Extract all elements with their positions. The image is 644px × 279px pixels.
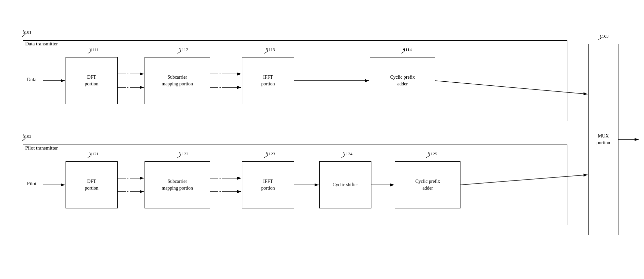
svg-line-10 bbox=[403, 48, 404, 51]
diagram-container: 1101 1102 Data transmitter Pilot transmi… bbox=[0, 0, 644, 279]
tick-1111 bbox=[86, 48, 94, 54]
svg-line-17 bbox=[264, 156, 268, 158]
svg-line-16 bbox=[266, 152, 268, 156]
svg-line-14 bbox=[179, 152, 181, 156]
cp2-block: Cyclic prefixadder bbox=[395, 161, 460, 208]
tick-1113 bbox=[262, 48, 271, 54]
pilot-input-label: Pilot bbox=[27, 181, 36, 187]
svg-line-0 bbox=[24, 30, 25, 34]
svg-line-21 bbox=[426, 156, 430, 158]
svg-line-1 bbox=[22, 34, 25, 37]
svg-line-2 bbox=[24, 134, 25, 138]
svg-line-5 bbox=[88, 51, 91, 53]
submap2-block: Subcarriermapping portion bbox=[145, 161, 210, 208]
tick-1114 bbox=[399, 48, 407, 54]
svg-line-11 bbox=[401, 51, 404, 53]
svg-line-15 bbox=[177, 156, 181, 158]
tick-1102 bbox=[18, 134, 29, 145]
cp1-block: Cyclic prefixadder bbox=[370, 57, 435, 104]
svg-line-9 bbox=[264, 51, 268, 53]
svg-line-3 bbox=[22, 138, 25, 141]
svg-line-8 bbox=[266, 48, 268, 51]
data-input-label: Data bbox=[27, 77, 36, 82]
svg-line-6 bbox=[179, 48, 181, 51]
svg-line-13 bbox=[88, 156, 91, 158]
svg-line-22 bbox=[600, 35, 601, 38]
submap1-block: Subcarriermapping portion bbox=[145, 57, 210, 104]
svg-line-18 bbox=[344, 152, 345, 156]
tick-1112 bbox=[175, 48, 184, 54]
svg-line-4 bbox=[90, 48, 91, 51]
pilot-transmitter-label: Pilot transmitter bbox=[25, 145, 58, 151]
svg-line-20 bbox=[428, 152, 430, 156]
tick-1125 bbox=[424, 152, 433, 158]
tick-1123 bbox=[262, 152, 271, 158]
ifft2-block: IFFTportion bbox=[242, 161, 294, 208]
tick-1121 bbox=[86, 152, 94, 158]
svg-line-23 bbox=[598, 38, 601, 40]
data-transmitter-label: Data transmitter bbox=[25, 41, 58, 47]
tick-1122 bbox=[175, 152, 184, 158]
svg-line-19 bbox=[341, 156, 345, 158]
svg-line-7 bbox=[177, 51, 181, 53]
tick-1124 bbox=[339, 152, 348, 158]
cyclic-shifter-block: Cyclic shifter bbox=[319, 161, 371, 208]
dft2-block: DFTportion bbox=[66, 161, 118, 208]
ifft1-block: IFFTportion bbox=[242, 57, 294, 104]
svg-line-12 bbox=[90, 152, 91, 156]
tick-1101 bbox=[18, 30, 29, 40]
mux-block: MUXportion bbox=[588, 44, 618, 235]
dft1-block: DFTportion bbox=[66, 57, 118, 104]
tick-1103 bbox=[596, 35, 604, 41]
